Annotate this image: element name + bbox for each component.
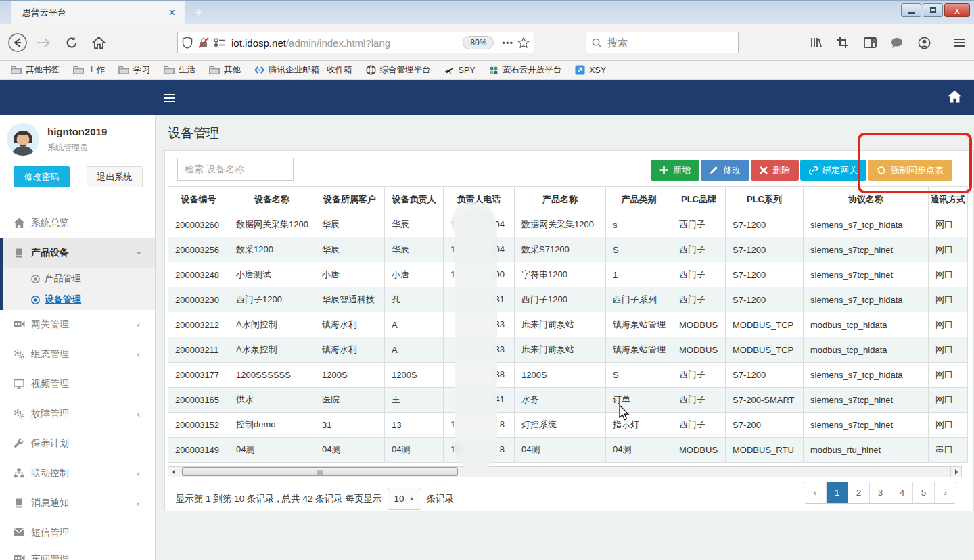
table-row[interactable]: 200003165供水医院王41水务订单西门子S7-200-SMARTsieme… <box>168 388 968 413</box>
cell-product: 数采S71200 <box>515 237 606 262</box>
page-button-1[interactable]: 1 <box>826 482 848 503</box>
bookmark-item[interactable]: 学习 <box>118 64 150 76</box>
new-tab-button[interactable]: + <box>195 6 203 20</box>
action-button-修改[interactable]: 修改 <box>701 160 749 181</box>
bookmark-item[interactable]: 其他书签 <box>11 64 60 76</box>
url-text[interactable]: iot.idosp.net/admin/index.html?lang <box>231 37 463 49</box>
library-button[interactable] <box>806 33 825 52</box>
gears-icon <box>14 349 26 360</box>
table-row[interactable]: 200003260数据网关采集1200华辰华辰104数据网关采集1200s西门子… <box>168 212 968 237</box>
horizontal-scrollbar[interactable] <box>168 466 962 477</box>
table-row[interactable]: 200003211A水泵控制镇海水利A33庶来门前泵站镇海泵站管理MODBUSM… <box>168 337 968 363</box>
sidebar-item-短信管理[interactable]: 短信管理 <box>0 518 155 548</box>
action-button-绑定网关[interactable]: 绑定网关 <box>800 160 866 181</box>
bookmark-item[interactable]: 腾讯企业邮箱 - 收件箱 <box>254 64 352 76</box>
reload-button[interactable] <box>61 32 83 53</box>
bookmark-star-icon[interactable] <box>517 37 530 49</box>
cell-plc_series: S7-1200 <box>726 287 804 312</box>
zoom-indicator[interactable]: 80% <box>463 36 494 49</box>
column-header[interactable]: PLC品牌 <box>672 187 726 212</box>
page-prev-button[interactable]: ‹ <box>804 482 826 503</box>
column-header[interactable]: 设备所属客户 <box>315 187 385 212</box>
page-button-2[interactable]: 2 <box>848 482 869 503</box>
menu-button[interactable] <box>950 33 969 52</box>
scroll-right-button[interactable] <box>950 467 961 477</box>
column-header[interactable]: 设备编号 <box>168 187 229 212</box>
back-button[interactable] <box>7 32 28 53</box>
avatar[interactable] <box>7 123 39 156</box>
sidebar-item-组态管理[interactable]: 组态管理‹ <box>0 340 155 369</box>
cell-id: 200003212 <box>168 312 229 337</box>
sidebar-item-产品设备[interactable]: 产品设备‹ <box>3 238 155 268</box>
app-home-button[interactable] <box>948 90 962 103</box>
per-page-caret-icon: ▲ <box>409 496 415 502</box>
device-search-input[interactable] <box>177 158 294 181</box>
sidebar-item-联动控制[interactable]: 联动控制‹ <box>0 459 155 488</box>
table-row[interactable]: 2000031771200SSSSSS1200S1200S881200SS西门子… <box>168 363 968 388</box>
account-button[interactable] <box>914 33 933 52</box>
screenshot-button[interactable] <box>833 33 852 52</box>
table-row[interactable]: 200003212A水闸控制镇海水利A33庶来门前泵站镇海泵站管理MODBUSM… <box>168 312 968 337</box>
scroll-right-icon <box>955 469 960 475</box>
action-button-删除[interactable]: 删除 <box>751 160 799 181</box>
cell-plc_series: S7-1200 <box>726 237 804 262</box>
sidebar-item-label: 短信管理 <box>31 527 69 539</box>
scrollbar-thumb[interactable] <box>182 467 458 476</box>
table-row[interactable]: 200003256数采1200华辰华辰104数采S71200S西门子S7-120… <box>168 237 968 262</box>
url-bar[interactable]: iot.idosp.net/admin/index.html?lang 80% … <box>177 32 534 53</box>
bookmark-item[interactable]: 综合管理平台 <box>366 64 431 76</box>
table-row[interactable]: 200003248小唐测试小唐小唐100字符串12001西门子S7-1200si… <box>168 262 968 287</box>
sidebar-item-消息通知[interactable]: 消息通知‹ <box>0 488 155 518</box>
cell-id: 200003230 <box>168 287 229 312</box>
sidebar-subitem-产品管理[interactable]: 产品管理 <box>3 268 155 289</box>
table-row[interactable]: 20000314904测04测04测15804测04测MODBUSMODBUS_… <box>168 438 968 463</box>
sidebar-toggle-button[interactable] <box>164 92 175 104</box>
browser-tab[interactable]: 思普云平台 × <box>11 1 185 25</box>
column-header[interactable]: 设备负责人 <box>385 187 444 212</box>
table-row[interactable]: 200003230西门子1200华辰智通科技孔31西门子1200西门子系列西门子… <box>168 287 968 312</box>
messages-button[interactable] <box>887 33 906 52</box>
page-actions-icon[interactable]: ••• <box>502 38 513 48</box>
cell-id: 200003177 <box>168 363 229 388</box>
page-button-4[interactable]: 4 <box>891 482 912 503</box>
cell-plc_series: S7-1200 <box>726 262 804 287</box>
tab-close-icon[interactable]: × <box>166 7 178 18</box>
column-header[interactable]: 产品名称 <box>515 187 606 212</box>
sidebar-item-网关管理[interactable]: 网关管理‹ <box>0 310 155 340</box>
book-icon <box>14 498 26 509</box>
sidebar-item-故障管理[interactable]: 故障管理‹ <box>0 399 155 429</box>
browser-search[interactable]: 搜索 <box>586 32 739 53</box>
close-button[interactable]: x <box>944 3 970 17</box>
sidebar-item-车间管理[interactable]: 车间管理 <box>0 548 155 560</box>
cell-customer: 1200S <box>315 363 385 388</box>
scroll-left-button[interactable] <box>168 467 179 477</box>
page-next-button[interactable]: › <box>934 482 956 503</box>
logout-button[interactable]: 退出系统 <box>87 166 143 187</box>
change-password-button[interactable]: 修改密码 <box>14 166 70 187</box>
cell-product: 庶来门前泵站 <box>515 312 606 337</box>
column-header[interactable]: 产品类别 <box>606 187 672 212</box>
column-header[interactable]: 设备名称 <box>229 187 315 212</box>
table-row[interactable]: 200003152控制demo311318灯控系统指示灯西门子S7-200sie… <box>168 413 968 438</box>
sidebar-subitem-设备管理[interactable]: 设备管理 <box>3 289 155 310</box>
page-button-3[interactable]: 3 <box>869 482 891 503</box>
minimize-button[interactable] <box>901 3 921 17</box>
per-page-select[interactable]: 10 ▲ <box>388 488 421 510</box>
page-button-5[interactable]: 5 <box>912 482 934 503</box>
bookmark-item[interactable]: SPY <box>444 66 476 75</box>
restore-button[interactable] <box>923 3 943 17</box>
sidebar-item-系统总览[interactable]: 系统总览 <box>0 208 155 238</box>
sidebar-item-保养计划[interactable]: 保养计划 <box>0 429 155 459</box>
bookmark-item[interactable]: 生活 <box>164 64 195 76</box>
sidebars-button[interactable] <box>860 33 879 52</box>
bookmark-item[interactable]: 工作 <box>73 64 105 76</box>
bookmark-item[interactable]: 其他 <box>209 64 241 76</box>
bookmark-item[interactable]: 萤石云开放平台 <box>489 64 562 76</box>
forward-button[interactable] <box>32 32 54 53</box>
column-header[interactable]: PLC系列 <box>726 187 804 212</box>
sidebar-item-视频管理[interactable]: 视频管理 <box>0 369 155 399</box>
cell-category: S <box>606 237 672 262</box>
home-button[interactable] <box>88 32 110 53</box>
bookmark-item[interactable]: XSY <box>575 65 606 75</box>
action-button-新增[interactable]: 新增 <box>651 160 699 181</box>
